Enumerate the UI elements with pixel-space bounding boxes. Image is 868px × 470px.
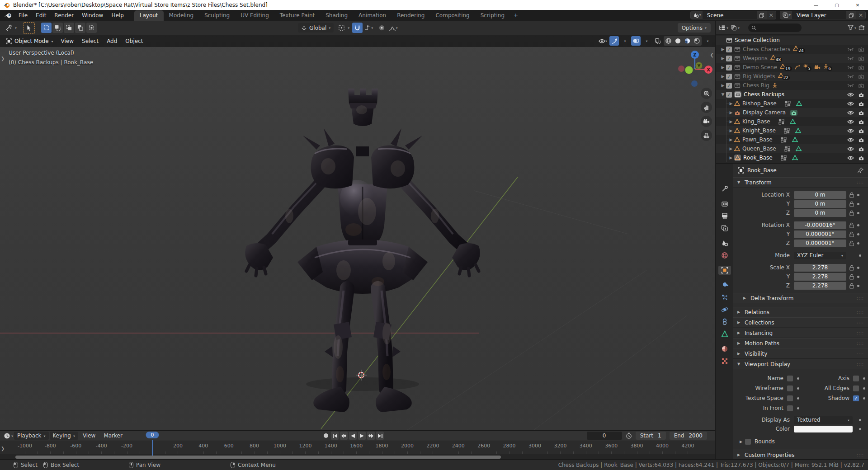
expand-arrow-icon[interactable]: ▶ — [720, 56, 726, 61]
minimize-button[interactable]: — — [806, 0, 826, 10]
hide-in-viewport-icon[interactable] — [847, 146, 854, 151]
select-mode-intersect[interactable] — [86, 23, 97, 33]
animate-dot[interactable] — [859, 419, 861, 421]
mesh-data-icon[interactable] — [796, 146, 802, 152]
select-mode-invert[interactable] — [75, 23, 85, 33]
modifier-icon[interactable] — [785, 101, 791, 107]
outliner-row-rook_base[interactable]: ▶ Rook_Base — [716, 153, 868, 162]
lock-icon[interactable] — [849, 274, 854, 280]
transform-value-field[interactable]: 2.278 — [794, 264, 846, 272]
active-tool-select-box[interactable] — [23, 22, 35, 34]
expand-arrow-icon[interactable]: ▼ — [720, 92, 726, 97]
timeline-menu-playback[interactable]: Playback▾ — [14, 432, 49, 440]
disable-in-render-icon[interactable] — [858, 128, 864, 133]
disable-in-render-icon[interactable] — [858, 110, 864, 115]
transform-value-field[interactable]: 0 m — [794, 191, 846, 199]
shading-material-preview[interactable] — [683, 36, 692, 46]
collection-checkbox[interactable]: ✓ — [726, 83, 732, 89]
play-button[interactable] — [358, 432, 366, 440]
overlays-toggle[interactable] — [631, 36, 641, 46]
snap-target-dropdown[interactable]: ▾ — [363, 23, 374, 33]
menu-help[interactable]: Help — [107, 11, 127, 19]
panel-header-custom-properties[interactable]: ▶Custom Properties:::: — [733, 450, 868, 459]
hide-in-viewport-icon[interactable] — [847, 137, 854, 142]
playhead-current-frame[interactable]: 0 — [146, 432, 159, 438]
hide-in-viewport-icon[interactable] — [847, 155, 854, 160]
properties-tab-constraints[interactable] — [718, 317, 731, 326]
modifier-icon[interactable] — [781, 155, 787, 161]
hide-in-viewport-icon[interactable] — [847, 47, 854, 52]
mesh-data-icon[interactable] — [790, 119, 796, 125]
workspace-tab-animation[interactable]: Animation — [353, 10, 392, 21]
panel-header-transform[interactable]: ▼Transform:::: — [733, 177, 868, 188]
collection-checkbox[interactable]: ✓ — [726, 47, 732, 52]
expand-arrow-icon[interactable]: ▶ — [720, 83, 726, 88]
animate-dot[interactable] — [857, 233, 859, 235]
checkbox-bounds[interactable] — [745, 439, 751, 445]
lock-icon[interactable] — [849, 210, 854, 216]
view-layer-icon[interactable]: ▾ — [780, 11, 792, 19]
jump-to-end-button[interactable] — [376, 432, 384, 440]
hide-in-viewport-icon[interactable] — [847, 119, 854, 124]
view-layer-selector[interactable]: ▾ View Layer ✕ — [780, 11, 866, 19]
animate-dot[interactable] — [857, 212, 859, 214]
modifier-icon[interactable] — [778, 119, 784, 125]
properties-tab-object[interactable] — [718, 266, 731, 275]
maximize-button[interactable]: ▢ — [826, 0, 847, 10]
jump-to-start-button[interactable] — [331, 432, 339, 440]
transform-value-field[interactable]: 0.000001° — [794, 230, 846, 238]
prev-keyframe-button[interactable] — [340, 432, 348, 440]
object-color-swatch[interactable] — [794, 426, 853, 432]
viewport-menu-object[interactable]: Object — [122, 37, 146, 46]
pivot-point-dropdown[interactable]: ▾ — [336, 23, 349, 33]
timeline-menu-marker[interactable]: Marker — [100, 432, 126, 440]
checkbox-shadow[interactable]: ✓ — [853, 395, 859, 401]
workspace-tab-sculpting[interactable]: Sculpting — [199, 10, 235, 21]
hide-in-viewport-icon[interactable] — [847, 128, 854, 133]
menu-file[interactable]: File — [14, 11, 32, 19]
collection-checkbox[interactable]: ✓ — [726, 65, 732, 70]
next-keyframe-button[interactable] — [367, 432, 375, 440]
outliner-display-mode-dropdown[interactable]: ▾ — [719, 25, 728, 31]
collection-checkbox[interactable]: ✓ — [726, 92, 732, 98]
panel-header-viewport-display[interactable]: ▼Viewport Display:::: — [733, 359, 868, 369]
select-mode-extend[interactable] — [52, 23, 63, 33]
timeline-scrollbar[interactable] — [15, 456, 501, 459]
workspace-tab-modeling[interactable]: Modeling — [164, 10, 199, 21]
disable-in-render-icon[interactable] — [858, 65, 864, 70]
hide-in-viewport-icon[interactable] — [847, 65, 854, 70]
outliner-filter-restriction-dropdown[interactable]: ▾ — [731, 25, 740, 31]
mesh-data-icon[interactable] — [792, 155, 798, 161]
overlays-dropdown[interactable]: ▾ — [642, 36, 651, 46]
toolbar-expand-icon[interactable]: ❯ — [1, 56, 5, 61]
disable-in-render-icon[interactable] — [858, 119, 864, 124]
gizmo-neg-z[interactable] — [691, 80, 698, 87]
start-frame-field[interactable]: Start1 — [636, 432, 666, 440]
record-button[interactable] — [322, 432, 330, 440]
outliner-row-knight_base[interactable]: ▶ Knight_Base — [716, 126, 868, 135]
hide-in-viewport-icon[interactable] — [847, 92, 854, 97]
panel-header-instancing[interactable]: ▶Instancing:::: — [733, 328, 868, 338]
workspace-tab-rendering[interactable]: Rendering — [392, 10, 430, 21]
outliner-row-bishop_base[interactable]: ▶ Bishop_Base — [716, 99, 868, 108]
properties-tab-physics[interactable] — [718, 305, 731, 314]
expand-arrow-icon[interactable]: ▶ — [720, 74, 726, 79]
view-layer-remove-icon[interactable]: ✕ — [856, 11, 865, 19]
playhead-line[interactable] — [152, 440, 153, 456]
display-as-dropdown[interactable]: Textured▾ — [794, 416, 853, 424]
preview-range-icon[interactable] — [626, 432, 632, 439]
character-model[interactable] — [245, 89, 480, 412]
animate-dot[interactable] — [863, 377, 865, 380]
animate-dot[interactable] — [857, 194, 859, 196]
animate-dot[interactable] — [859, 428, 861, 430]
outliner-search-input[interactable] — [748, 24, 802, 32]
panel-header-collections[interactable]: ▶Collections:::: — [733, 317, 868, 328]
close-button[interactable]: ✕ — [847, 0, 868, 10]
zoom-button[interactable] — [701, 88, 712, 99]
proportional-editing-toggle[interactable] — [377, 23, 387, 33]
new-collection-button[interactable] — [859, 25, 865, 31]
object-visibility-dropdown[interactable]: ▾ — [598, 36, 608, 46]
hide-in-viewport-icon[interactable] — [847, 83, 854, 88]
animate-dot[interactable] — [857, 285, 859, 287]
modifier-icon[interactable] — [784, 128, 790, 134]
